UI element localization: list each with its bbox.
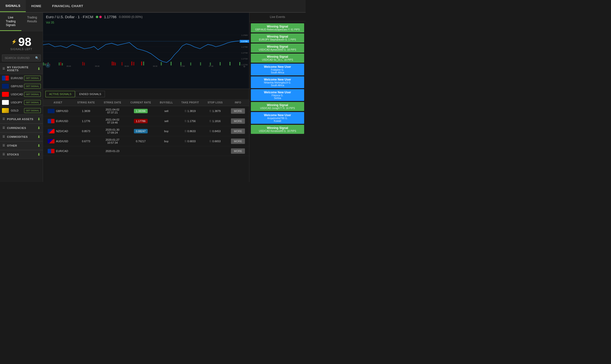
vol-value: 35 [51,21,54,24]
get-signal-usdjpy[interactable]: GET SIGNAL [24,100,41,105]
tab-trading-results[interactable]: Trading Results [21,13,43,31]
cat-other[interactable]: ☰ OTHER ⬇ [0,141,43,150]
svg-text:1.17720: 1.17720 [241,58,248,60]
svg-rect-19 [122,62,123,66]
chart-svg-container: 1.17820 1.17800 1.17760 1.17740 1.17720 … [43,24,249,81]
event-detail-7: USD/CAD Juragh77 H. 16 PIPS [253,107,302,110]
td-stop-loss-1: ⎘1.1816 [203,116,227,126]
dot-green [96,16,98,18]
top-navigation: SIGNALS HOME FINANCIAL CHART [0,0,306,13]
cat-currencies-label: CURRENCIES [7,126,26,129]
more-btn-4[interactable]: MORE [231,148,245,154]
td-more-4: MORE [227,146,249,156]
event-title-1: Winning Signal [253,35,302,38]
svg-rect-15 [84,62,85,65]
table-row: NZD/CAD 0.8573 2020-01-30 17:09:24 0.882… [43,126,249,136]
chart-current-price: 1.17786 [104,15,117,19]
cat-popular-label: POPULAR ASSETS [7,118,33,121]
td-more-2: MORE [227,126,249,136]
table-row: EUR/USD 1.1776 2021-04-02 07:19:46 1.177… [43,116,249,126]
cat-currencies[interactable]: ☰ CURRENCIES ⬇ [0,124,43,132]
svg-text:1.17820: 1.17820 [241,34,248,36]
td-asset-0: GBP/USD [43,106,73,116]
svg-text:1.17740: 1.17740 [241,52,248,54]
list-icon: ☰ [2,67,5,70]
signals-label: SIGNALS LEFT [2,48,40,51]
more-btn-3[interactable]: MORE [231,139,245,144]
tab-ended-signals[interactable]: ENDED SIGNALS [75,91,105,97]
td-date-1: 2021-04-02 07:19:46 [99,116,126,126]
td-asset-3: AUD/USD [43,136,73,146]
commodities-arrow: ⬇ [37,135,41,139]
event-detail-1: EUR/JPY Stephankoen G. 1 PIPS [253,38,302,41]
svg-rect-32 [239,62,240,66]
event-title-9: Winning Signal [253,126,302,130]
event-title-2: Winning Signal [253,45,302,48]
chart-dots [96,16,102,18]
chart-area: Euro / U.S. Dollar · 1 · FXCM 1.17786 0.… [43,13,249,89]
vol-label: Vol [46,21,50,24]
pulse-icon: ⚡ [11,39,17,44]
left-sidebar: Live Trading Signals Trading Results ⚡ 9… [0,13,43,182]
cat-other-label: OTHER [7,144,17,147]
nav-home[interactable]: HOME [26,0,47,12]
get-signal-eurusd[interactable]: GET SIGNAL [24,76,41,81]
td-date-4: 2020-01-23 [99,146,126,156]
event-title-7: Winning Signal [253,103,302,107]
cat-stocks[interactable]: ☰ STOCKS ⬇ [0,150,43,159]
cat-popular-assets[interactable]: ☰ POPULAR ASSETS ⬇ [0,115,43,124]
th-asset: ASSET [43,99,73,106]
td-stop-loss-0: ⎘1.3879 [203,106,227,116]
event-card: Welcome New User Nhlanhla.Ntshingila19 G… [251,76,304,88]
tab-active-signals[interactable]: ACTIVE SIGNALS [45,91,75,97]
favourite-arrow: ⬇ [37,67,41,71]
event-card: Winning Signal GBP/AUD Rebecutzapescaru … [251,23,304,32]
search-box: 🔍 [2,55,41,61]
td-stop-loss-4 [203,146,227,156]
list-icon-stocks: ☰ [2,153,5,156]
svg-text:07:30: 07:30 [209,65,213,67]
more-btn-0[interactable]: MORE [231,108,245,114]
asset-row-gbpusd: GBP/USD GET SIGNAL [0,82,43,90]
right-panel: Live Events Winning Signal GBP/AUD Rebec… [249,13,306,182]
td-direction-3: buy [156,136,177,146]
cat-favourite-assets[interactable]: ☰ MY FAVOURITE ASSETS ⬇ [0,63,43,74]
td-strike-4 [73,146,99,156]
td-date-2: 2020-01-30 17:09:24 [99,126,126,136]
flag-gold [2,108,9,113]
svg-rect-13 [62,63,63,66]
chart-vol: Vol 35 [43,21,249,24]
get-signal-usdcad[interactable]: GET SIGNAL [24,92,41,97]
cat-favourite-label: MY FAVOURITE ASSETS [7,66,37,72]
nav-signals[interactable]: SIGNALS [0,0,26,12]
event-title-4: Welcome New User [253,65,302,69]
get-signal-gold[interactable]: GET SIGNAL [24,108,41,113]
list-icon-popular: ☰ [2,117,5,121]
signals-count-area: ⚡ 98 SIGNALS LEFT [0,31,43,53]
td-direction-0: sell [156,106,177,116]
chart-header: Euro / U.S. Dollar · 1 · FXCM 1.17786 0.… [43,13,249,21]
center-panel: Euro / U.S. Dollar · 1 · FXCM 1.17786 0.… [43,13,249,182]
more-btn-1[interactable]: MORE [231,118,245,124]
signals-number: 98 [18,35,31,49]
th-strike-rate: STRIKE RATE [73,99,99,106]
event-card: Winning Signal USD/CAD Ayewo3000 G. 16 P… [251,43,304,53]
asset-name-gbpusd: GBP/USD [11,85,24,88]
svg-rect-21 [133,62,134,65]
flag-eurusd [2,76,9,81]
asset-name-usdjpy: USD/JPY [11,101,24,104]
tab-live-trading[interactable]: Live Trading Signals [0,13,21,31]
td-direction-2: buy [156,126,177,136]
flag-usdcad [2,92,9,97]
td-asset-2: NZD/CAD [43,126,73,136]
cat-commodities[interactable]: ☰ COMMODITIES ⬇ [0,132,43,141]
nav-financial-chart[interactable]: FINANCIAL CHART [47,0,88,12]
event-title-0: Winning Signal [253,25,302,28]
asset-row-usdjpy: USD/JPY GET SIGNAL [0,98,43,107]
svg-rect-22 [141,61,142,65]
more-btn-2[interactable]: MORE [231,128,245,134]
event-detail-6: Filejoca G. Serbia [253,94,302,99]
asset-row-usdcad: USD/CAD GET SIGNAL [0,90,43,98]
event-card: Winning Signal USD/CAD Kendood49 G. 16 P… [251,125,304,134]
get-signal-gbpusd[interactable]: GET SIGNAL [24,84,41,89]
